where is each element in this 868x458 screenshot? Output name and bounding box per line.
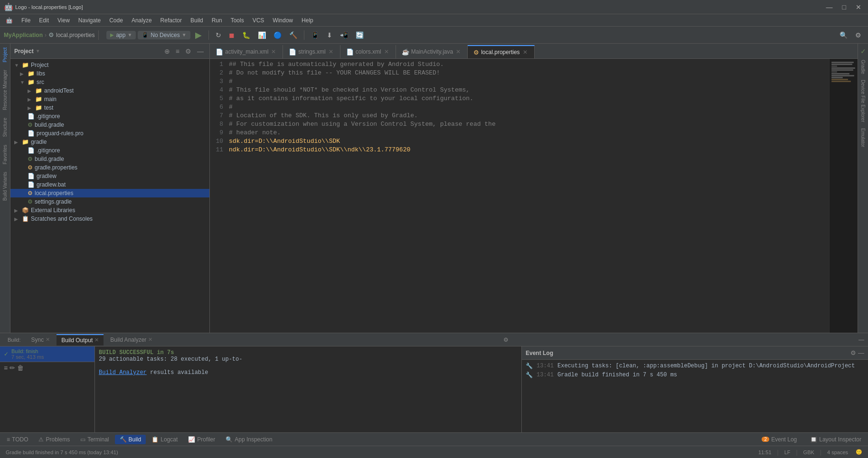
menu-view[interactable]: View	[54, 16, 74, 25]
avd-manager-button[interactable]: 📱	[308, 30, 322, 40]
hide-panel-button[interactable]: —	[195, 47, 206, 56]
tree-item-settings-gradle[interactable]: ▶ ⚙ settings.gradle	[10, 197, 209, 206]
menu-code[interactable]: Code	[105, 16, 127, 25]
tree-item-gitignore-1[interactable]: ▶ 📄 .gitignore	[10, 112, 209, 121]
build-edit-button[interactable]: ✏	[9, 364, 15, 372]
project-panel-label[interactable]: Project	[1, 44, 9, 66]
footer-tab-problems[interactable]: ⚠ Problems	[34, 435, 75, 444]
tree-item-gradlew-bat[interactable]: ▶ 📄 gradlew.bat	[10, 180, 209, 189]
tree-item-libs[interactable]: ▶ 📁 libs	[10, 69, 209, 78]
tree-item-project[interactable]: ▼ 📁 Project	[10, 61, 209, 69]
favorites-label[interactable]: Favorites	[1, 141, 9, 168]
bottom-settings-button[interactable]: ⚙	[500, 336, 512, 344]
build-filter-button[interactable]: ≡	[4, 364, 8, 372]
footer-tab-layout-inspector[interactable]: 🔲 Layout Inspector	[805, 435, 866, 444]
tab-build-output[interactable]: Build Output ✕	[57, 334, 104, 346]
sdk-manager-button[interactable]: ⬇	[324, 30, 335, 40]
gradle-sidebar-label[interactable]: Gradle	[859, 57, 867, 77]
tab-local-properties[interactable]: ⚙ local.properties ✕	[468, 45, 534, 58]
tab-colors-xml[interactable]: 📄 colors.xml ✕	[340, 45, 396, 58]
coverage-button[interactable]: 🔵	[271, 30, 284, 40]
footer-tab-todo[interactable]: ≡ TODO	[2, 435, 33, 444]
build-variants-label[interactable]: Build Variants	[1, 168, 9, 205]
build-analyzer-link[interactable]: Build Analyzer	[99, 369, 147, 376]
tree-item-external-libs[interactable]: ▶ 📦 External Libraries	[10, 206, 209, 215]
debug-button[interactable]: 🐛	[239, 30, 253, 40]
tree-item-scratches[interactable]: ▶ 📋 Scratches and Consoles	[10, 215, 209, 223]
footer-tab-event-log[interactable]: 2 Event Log	[757, 435, 802, 444]
profiler-button[interactable]: 📊	[255, 30, 269, 40]
tab-sync[interactable]: Sync ✕	[27, 334, 55, 346]
close-button[interactable]: ✕	[853, 2, 864, 12]
reload-button[interactable]: ↻	[213, 30, 224, 40]
breadcrumb-file[interactable]: local.properties	[56, 32, 94, 38]
footer-tab-logcat[interactable]: 📋 Logcat	[147, 435, 182, 444]
menu-vcs[interactable]: VCS	[249, 16, 268, 25]
menu-android-icon[interactable]: 🤖	[2, 16, 17, 25]
tab-activity-main-xml[interactable]: 📄 activity_main.xml ✕	[210, 45, 283, 58]
structure-label[interactable]: Structure	[1, 114, 9, 141]
menu-tools[interactable]: Tools	[227, 16, 248, 25]
tab-build-output-close[interactable]: ✕	[94, 337, 99, 343]
tab-close-mainactivity[interactable]: ✕	[455, 48, 462, 55]
tree-item-proguard[interactable]: ▶ 📄 proguard-rules.pro	[10, 129, 209, 138]
project-dropdown-arrow[interactable]: ▼	[36, 48, 40, 54]
tab-mainactivity-java[interactable]: ☕ MainActivity.java ✕	[396, 45, 468, 58]
menu-file[interactable]: File	[18, 16, 34, 25]
breadcrumb-app[interactable]: MyApplication	[4, 32, 43, 38]
tree-item-gradlew[interactable]: ▶ 📄 gradlew	[10, 172, 209, 180]
tab-close-activity-main[interactable]: ✕	[270, 48, 277, 55]
settings-cog-button[interactable]: ⚙	[852, 30, 864, 40]
tree-item-gradle-properties[interactable]: ▶ ⚙ gradle.properties	[10, 163, 209, 172]
tab-strings-xml[interactable]: 📄 strings.xml ✕	[283, 45, 340, 58]
tree-item-gitignore-2[interactable]: ▶ 📄 .gitignore	[10, 146, 209, 155]
tab-build-analyzer-close[interactable]: ✕	[148, 336, 152, 343]
menu-navigate[interactable]: Navigate	[75, 16, 104, 25]
tab-close-local-prop[interactable]: ✕	[522, 49, 528, 56]
maximize-button[interactable]: □	[840, 2, 849, 12]
menu-refactor[interactable]: Refactor	[157, 16, 186, 25]
footer-tab-app-inspection[interactable]: 🔍 App Inspection	[221, 435, 277, 444]
tree-item-androidtest[interactable]: ▶ 📁 androidTest	[10, 86, 209, 95]
footer-tab-profiler[interactable]: 📈 Profiler	[183, 435, 220, 444]
tree-item-local-properties[interactable]: ▶ ⚙ local.properties	[10, 189, 209, 197]
editor-content[interactable]: 1 ## This file is automatically generate…	[210, 59, 829, 333]
tree-item-gradle-root[interactable]: ▶ 📁 gradle	[10, 138, 209, 146]
minimize-button[interactable]: —	[823, 2, 836, 12]
build-icon[interactable]: 🔨	[286, 30, 300, 40]
sync-project-button[interactable]: 🔄	[353, 30, 367, 40]
menu-build[interactable]: Build	[187, 16, 207, 25]
tab-close-strings[interactable]: ✕	[328, 48, 334, 55]
bottom-hide-button[interactable]: —	[855, 336, 868, 344]
collapse-all-button[interactable]: ≡	[174, 47, 181, 56]
run-config-selector[interactable]: ▶ app ▼	[106, 31, 136, 39]
event-log-hide[interactable]: —	[858, 349, 864, 356]
tree-item-buildgradle-1[interactable]: ▶ ⚙ build.gradle	[10, 121, 209, 129]
footer-tab-terminal[interactable]: ▭ Terminal	[75, 435, 113, 444]
device-file-explorer-label[interactable]: Device File Explorer	[859, 77, 867, 125]
locate-file-button[interactable]: ⊕	[162, 47, 172, 56]
tab-build-analyzer[interactable]: Build Analyzer ✕	[105, 334, 157, 346]
tab-close-colors[interactable]: ✕	[383, 48, 390, 55]
event-log-settings[interactable]: ⚙	[850, 349, 856, 356]
stop-button[interactable]: ◼	[226, 30, 237, 40]
panel-options-button[interactable]: ⚙	[183, 47, 193, 56]
emulator-sidebar-label[interactable]: Emulator	[859, 125, 867, 150]
run-button[interactable]: ▶	[192, 28, 205, 42]
device-manager-button[interactable]: 📲	[337, 30, 351, 40]
footer-tab-build[interactable]: 🔨 Build	[115, 435, 146, 444]
build-item-finish[interactable]: ✓ Build: finish 7 sec, 413 ms	[0, 346, 94, 362]
tree-item-main[interactable]: ▶ 📁 main	[10, 95, 209, 103]
resource-manager-label[interactable]: Resource Manager	[1, 66, 9, 114]
menu-run[interactable]: Run	[208, 16, 226, 25]
device-selector[interactable]: 📱 No Devices ▼	[138, 31, 190, 39]
tree-item-test[interactable]: ▶ 📁 test	[10, 103, 209, 112]
tab-sync-close[interactable]: ✕	[46, 336, 50, 343]
search-button[interactable]: 🔍	[837, 30, 850, 40]
menu-analyze[interactable]: Analyze	[128, 16, 156, 25]
menu-window[interactable]: Window	[269, 16, 297, 25]
menu-help[interactable]: Help	[298, 16, 317, 25]
tree-item-buildgradle-2[interactable]: ▶ ⚙ build.gradle	[10, 155, 209, 163]
build-trash-button[interactable]: 🗑	[17, 364, 24, 372]
menu-edit[interactable]: Edit	[35, 16, 53, 25]
